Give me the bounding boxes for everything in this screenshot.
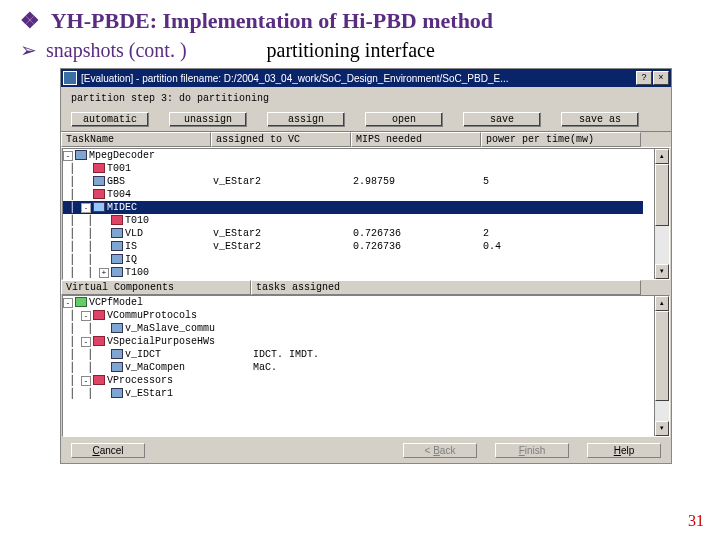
app-window: [Evaluation] - partition filename: D:/20… <box>60 68 672 464</box>
task-mips: 12.5237 <box>353 279 483 280</box>
task-tree-item[interactable]: │ │ T010 <box>63 214 213 227</box>
task-tree-item[interactable]: │ │ VLD <box>63 227 213 240</box>
vc-tree-item[interactable]: │ -VProcessors <box>63 374 253 387</box>
task-tree-item[interactable]: │ T004 <box>63 188 213 201</box>
task-power <box>483 266 643 279</box>
task-vc: v_EStar2 <box>213 175 353 188</box>
vc-tree-item[interactable]: │ │ v_MaCompen <box>63 361 253 374</box>
task-mips <box>353 266 483 279</box>
vc-tasks <box>253 387 643 400</box>
task-vc <box>213 214 353 227</box>
task-vc <box>213 188 353 201</box>
vc-tree-item[interactable]: │ -VCommuProtocols <box>63 309 253 322</box>
task-power: 5 <box>483 175 643 188</box>
task-tree-pane[interactable]: -MpegDecoder │ T001 │ GBSv_EStar22.98759… <box>62 148 670 280</box>
task-vc <box>213 149 353 162</box>
task-vc: v_EStar2 <box>213 227 353 240</box>
top-button-row: automatic unassign assign open save save… <box>61 108 671 131</box>
slide-subheading-row: ➢ snapshots (cont. ) partitioning interf… <box>20 38 720 62</box>
task-power <box>483 214 643 227</box>
task-tree-item[interactable]: │ │ +T100 <box>63 266 213 279</box>
task-vc <box>213 266 353 279</box>
task-vc <box>213 201 353 214</box>
vc-tasks <box>253 296 643 309</box>
vc-tree-item[interactable]: │ │ v_IDCT <box>63 348 253 361</box>
scroll-track[interactable] <box>655 164 669 264</box>
vc-tree-item[interactable]: -VCPfModel <box>63 296 253 309</box>
vc-tree-pane[interactable]: -VCPfModel │ -VCommuProtocols │ │ v_MaSl… <box>62 295 670 437</box>
titlebar[interactable]: [Evaluation] - partition filename: D:/20… <box>61 69 671 87</box>
col-vc-tasks[interactable]: tasks assigned <box>251 280 641 295</box>
task-mips: 2.98759 <box>353 175 483 188</box>
task-power: 0.4 <box>483 240 643 253</box>
task-scrollbar[interactable]: ▴ ▾ <box>654 149 669 279</box>
col-power[interactable]: power per time(mw) <box>481 132 641 147</box>
vc-scrollbar[interactable]: ▴ ▾ <box>654 296 669 436</box>
task-tree-item[interactable]: │ │ IQ <box>63 253 213 266</box>
scroll-up-icon[interactable]: ▴ <box>655 149 669 164</box>
save-as-button[interactable]: save as <box>561 112 639 127</box>
task-power <box>483 149 643 162</box>
vc-tree-item[interactable]: │ -VSpecialPurposeHWs <box>63 335 253 348</box>
step-label: partition step 3: do partitioning <box>61 87 671 108</box>
col-assigned[interactable]: assigned to VC <box>211 132 351 147</box>
automatic-button[interactable]: automatic <box>71 112 149 127</box>
help-button[interactable]: Help <box>587 443 661 458</box>
titlebar-buttons: ? × <box>636 71 669 85</box>
snapshots-label: ➢ snapshots (cont. ) <box>20 38 187 62</box>
arrow-bullet-icon: ➢ <box>20 39 37 61</box>
open-button[interactable]: open <box>365 112 443 127</box>
slide-title-text: YH-PBDE: Implementation of Hi-PBD method <box>51 8 493 33</box>
slide-title: ❖ YH-PBDE: Implementation of Hi-PBD meth… <box>20 8 720 34</box>
vc-tasks: IDCT. IMDT. <box>253 348 643 361</box>
task-mips <box>353 188 483 201</box>
help-titlebar-button[interactable]: ? <box>636 71 652 85</box>
task-tree-item[interactable]: │ GBS <box>63 175 213 188</box>
vc-tree-item[interactable]: │ │ v_EStar1 <box>63 387 253 400</box>
task-header-row: TaskName assigned to VC MIPS needed powe… <box>61 131 671 148</box>
vc-header-row: Virtual Components tasks assigned <box>61 280 671 295</box>
task-tree-item[interactable]: │ │ IS <box>63 240 213 253</box>
task-mips <box>353 201 483 214</box>
scroll-down-icon[interactable]: ▾ <box>655 421 669 436</box>
task-power: 65 <box>483 279 643 280</box>
col-vc-name[interactable]: Virtual Components <box>61 280 251 295</box>
col-mips[interactable]: MIPS needed <box>351 132 481 147</box>
page-number: 31 <box>688 512 704 530</box>
task-power <box>483 201 643 214</box>
scroll-thumb[interactable] <box>655 311 669 401</box>
task-mips <box>353 253 483 266</box>
task-mips <box>353 149 483 162</box>
task-mips: 0.726736 <box>353 240 483 253</box>
save-button[interactable]: save <box>463 112 541 127</box>
scroll-up-icon[interactable]: ▴ <box>655 296 669 311</box>
task-tree-item[interactable]: │ │ T201 <box>63 279 213 280</box>
task-power <box>483 253 643 266</box>
task-tree-item[interactable]: │ T001 <box>63 162 213 175</box>
back-button[interactable]: < Back <box>403 443 477 458</box>
task-vc: v_EStar2 <box>213 240 353 253</box>
scroll-track[interactable] <box>655 311 669 421</box>
scroll-thumb[interactable] <box>655 164 669 226</box>
task-mips <box>353 214 483 227</box>
unassign-button[interactable]: unassign <box>169 112 247 127</box>
vc-tasks <box>253 374 643 387</box>
task-tree-item[interactable]: │ -MIDEC <box>63 201 213 214</box>
vc-tasks <box>253 335 643 348</box>
app-icon <box>63 71 77 85</box>
vc-tasks: MaC. <box>253 361 643 374</box>
task-tree-item[interactable]: -MpegDecoder <box>63 149 213 162</box>
assign-button[interactable]: assign <box>267 112 345 127</box>
cancel-button[interactable]: Cancel <box>71 443 145 458</box>
vc-tasks <box>253 322 643 335</box>
col-taskname[interactable]: TaskName <box>61 132 211 147</box>
task-power <box>483 162 643 175</box>
vc-tree-item[interactable]: │ │ v_MaSlave_commu <box>63 322 253 335</box>
task-mips: 0.726736 <box>353 227 483 240</box>
task-mips <box>353 162 483 175</box>
finish-button[interactable]: Finish <box>495 443 569 458</box>
scroll-down-icon[interactable]: ▾ <box>655 264 669 279</box>
close-titlebar-button[interactable]: × <box>653 71 669 85</box>
vc-tasks <box>253 309 643 322</box>
partitioning-interface-label: partitioning interface <box>267 39 435 62</box>
